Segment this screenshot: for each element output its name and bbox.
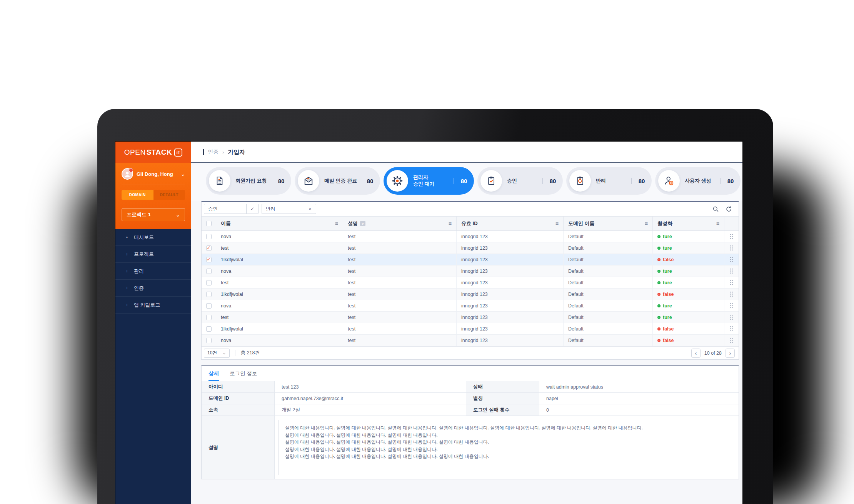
status-ring-icon [657,304,661,307]
project-selector[interactable]: 프로젝트 1 ⌄ [122,208,185,221]
total-count: 총 218건 [235,350,260,356]
column-header-actions [724,217,739,230]
cell-active-status: ture [653,231,724,242]
chevron-down-icon: ⌄ [222,350,226,355]
toggle-default-button[interactable]: DEFAULT [153,190,185,200]
user-menu[interactable]: Gil Dong, Hong ⌄ [122,168,185,180]
card-rejected[interactable]: 반려 80 [566,167,652,195]
row-actions-icon[interactable] [724,231,739,242]
table-row[interactable]: nova test innogrid 123 Default ture [202,231,739,242]
row-checkbox[interactable] [206,315,212,320]
openstack-logo: OPEN STACK iT [115,142,191,163]
toggle-domain-button[interactable]: DOMAIN [122,190,153,200]
table-row[interactable]: 1lkdfjwolal test innogrid 123 Default fa… [202,254,739,265]
table-row[interactable]: nova test innogrid 123 Default ture [202,300,739,312]
table-row[interactable]: test test innogrid 123 Default ture [202,312,739,323]
row-actions-icon[interactable] [724,300,739,311]
cell-valid-id: innogrid 123 [457,265,564,277]
hamburger-icon[interactable]: ≡ [555,220,559,227]
card-count: 80 [454,178,474,184]
sidebar-item-app-catalog[interactable]: + 앱 카탈로그 [115,297,191,314]
hamburger-icon[interactable]: ≡ [449,220,452,227]
column-header-active[interactable]: 활성화 ≡ [653,217,724,230]
row-actions-icon[interactable] [724,277,739,288]
card-admin-approval-wait[interactable]: 관리자 승인 대기 80 [384,167,474,195]
table-row[interactable]: nova test innogrid 123 Default ture [202,265,739,277]
table-header: 이름 ≡ 설명 v ≡ 유효 ID ≡ 도메인 이름 ≡ [202,216,739,231]
sidebar-item-project[interactable]: + 프로젝트 [115,246,191,263]
card-mail-verified[interactable]: 메일 인증 완료 80 [295,167,380,195]
sidebar-item-dashboard[interactable]: ● 대시보드 [115,229,191,246]
card-approved[interactable]: 승인 80 [477,167,563,195]
cell-valid-id: innogrid 123 [457,277,564,288]
user-avatar [122,168,133,180]
row-checkbox[interactable] [206,257,212,262]
row-checkbox[interactable] [206,292,212,297]
tab-detail[interactable]: 상세 [208,370,219,381]
row-checkbox[interactable] [206,326,212,332]
prev-page-button[interactable]: ‹ [691,349,701,358]
cell-valid-id: innogrid 123 [457,323,564,334]
next-page-button[interactable]: › [726,349,735,358]
mockup-canvas: OPEN STACK iT Gil Dong, Hong ⌄ DOMAIN DE… [0,0,854,504]
page-size-select[interactable]: 10건 ⌄ [204,349,230,358]
row-checkbox[interactable] [206,280,212,285]
keyword-filter-chip[interactable]: 반려 × [262,204,316,214]
row-checkbox[interactable] [206,234,212,239]
breadcrumb-section[interactable]: 인증 [208,149,219,155]
sidebar-item-admin[interactable]: + 관리 [115,263,191,280]
search-icon[interactable] [712,205,719,213]
card-signup-request[interactable]: 회원가입 요청 80 [206,167,291,195]
row-actions-icon[interactable] [724,335,739,346]
chevron-right-icon: › [222,149,224,155]
sidebar-item-label: 프로젝트 [134,251,154,258]
page-size-value: 10건 [207,350,217,356]
card-user-created[interactable]: 사용자 생성 80 [655,167,741,195]
row-actions-icon[interactable] [724,265,739,277]
refresh-icon[interactable] [725,205,732,213]
table-row[interactable]: 1lkdfjwolal test innogrid 123 Default fa… [202,289,739,300]
row-actions-icon[interactable] [724,323,739,334]
column-header-domain[interactable]: 도메인 이름 ≡ [564,217,653,230]
table-row[interactable]: 1lkdfjwolal test innogrid 123 Default fa… [202,323,739,335]
chevron-down-icon[interactable]: ⌄ [181,171,185,177]
table-row[interactable]: nova test innogrid 123 Default false [202,335,739,346]
column-header-name[interactable]: 이름 ≡ [216,217,343,230]
cell-domain: Default [564,254,653,265]
row-actions-icon[interactable] [724,312,739,323]
sidebar-item-auth[interactable]: + 인증 [115,280,191,297]
cell-desc: test [343,289,457,300]
status-text: ture [663,315,672,320]
tab-login-info[interactable]: 로그인 정보 [230,370,257,381]
sort-badge-icon[interactable]: v [360,221,365,226]
row-actions-icon[interactable] [724,289,739,300]
status-text: ture [663,269,672,274]
table-row[interactable]: test test innogrid 123 Default ture [202,277,739,289]
status-text: ture [663,303,672,309]
plus-icon: + [125,285,129,291]
hamburger-icon[interactable]: ≡ [645,220,648,227]
row-checkbox[interactable] [206,303,212,309]
row-actions-icon[interactable] [724,242,739,254]
hamburger-icon[interactable]: ≡ [716,220,719,227]
table-body: nova test innogrid 123 Default ture test… [202,231,739,346]
status-ring-icon [657,247,661,250]
sidebar-item-label: 관리 [134,268,144,275]
table-row[interactable]: test test innogrid 123 Default ture [202,242,739,254]
column-header-valid-id[interactable]: 유효 ID ≡ [457,217,564,230]
status-filter-select[interactable]: 승인 ✓ [204,204,259,214]
status-ring-icon [657,293,661,296]
cell-domain: Default [564,312,653,323]
field-label-alias: 별칭 [466,393,539,404]
status-text: ture [663,280,672,285]
row-checkbox[interactable] [206,245,212,251]
row-checkbox[interactable] [206,269,212,274]
select-all-checkbox[interactable] [206,221,212,226]
hamburger-icon[interactable]: ≡ [335,220,338,227]
column-header-desc[interactable]: 설명 v ≡ [343,217,457,230]
gear-icon [387,170,408,192]
row-checkbox[interactable] [206,338,212,343]
check-icon[interactable]: ✓ [246,204,259,214]
row-actions-icon[interactable] [724,254,739,265]
close-icon[interactable]: × [304,204,316,214]
